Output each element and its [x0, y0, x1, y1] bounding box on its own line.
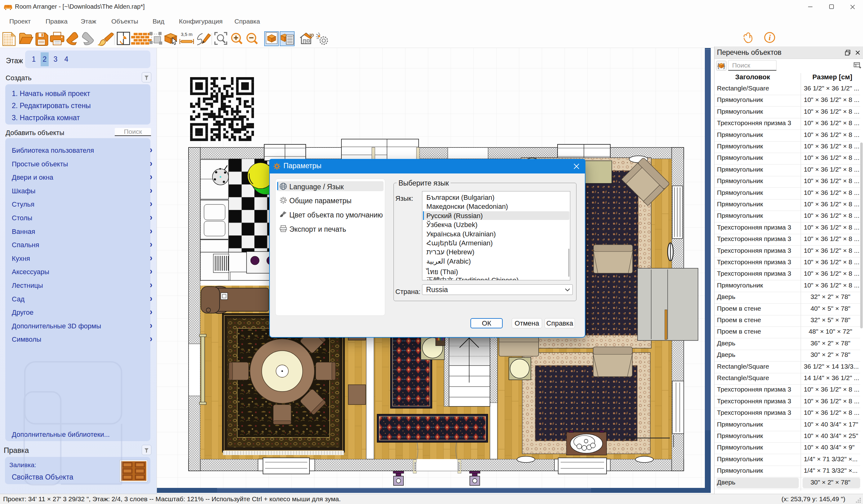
- svg-text:i: i: [768, 33, 771, 42]
- svg-text:3D: 3D: [309, 33, 314, 38]
- svg-text:3,5 m: 3,5 m: [181, 31, 192, 37]
